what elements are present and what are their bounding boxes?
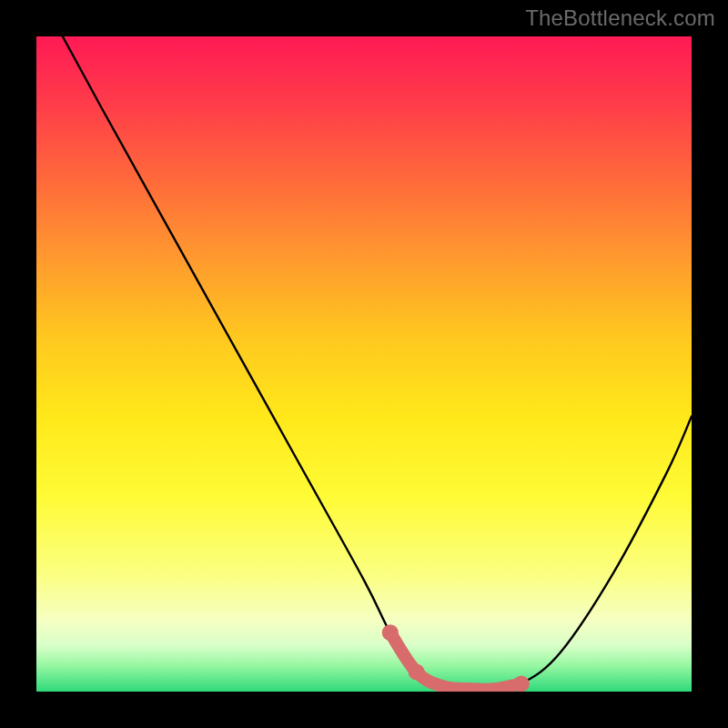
flat-zone-dot-0: [382, 624, 399, 641]
flat-zone-highlight-path: [390, 632, 521, 690]
watermark-text: TheBottleneck.com: [525, 5, 715, 31]
flat-zone-dot-2: [513, 675, 530, 692]
flat-zone-dot-1: [409, 663, 425, 680]
bottleneck-curve-path: [63, 36, 692, 690]
plot-area: [36, 36, 692, 692]
chart-svg: [36, 36, 692, 692]
chart-frame: TheBottleneck.com: [0, 0, 728, 728]
